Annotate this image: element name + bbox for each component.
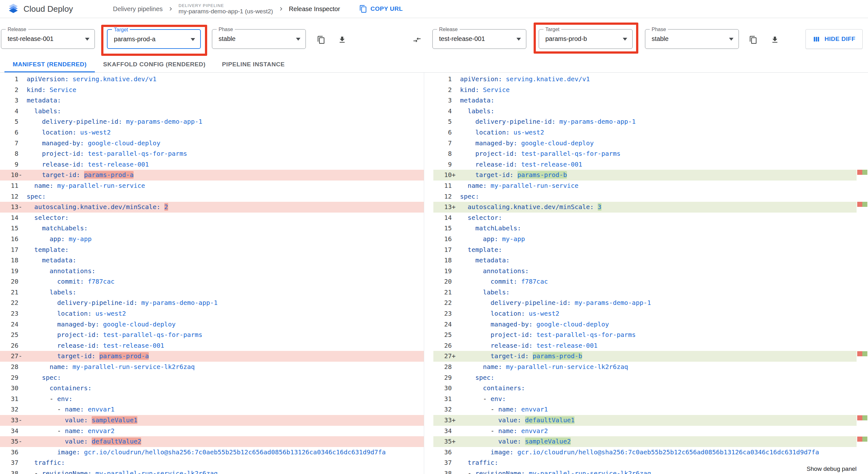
code-text: name: my-parallel-run-service-lk2r6zaq (457, 363, 628, 371)
show-debug-panel-link[interactable]: Show debug panel (804, 466, 857, 472)
copy-manifest-right-button[interactable] (746, 33, 760, 46)
diff-line: 5 delivery-pipeline-id: my-params-demo-a… (433, 117, 857, 127)
code-text: - revisionName: my-parallel-run-service-… (457, 470, 651, 474)
code-text: annotations: (24, 267, 95, 275)
breadcrumb-delivery-pipelines[interactable]: Delivery pipelines (113, 5, 163, 13)
line-number: 29 (0, 373, 19, 383)
diff-line: 24 managed-by: google-cloud-deploy (0, 319, 424, 330)
release-select-right-label: Release (437, 27, 460, 32)
code-text: value: defaultValue1 (457, 416, 575, 424)
diff-sign: - (19, 170, 24, 181)
diff-line: 11 name: my-parallel-run-service (433, 181, 857, 191)
code-text: autoscaling.knative.dev/minScale: 3 (457, 203, 601, 211)
diff-line: 25 project-id: test-parallel-qs-for-parm… (0, 329, 424, 341)
release-select-right[interactable]: Release test-release-001 (432, 29, 526, 49)
diff-line: 22 delivery-pipeline-id: my-params-demo-… (0, 297, 424, 308)
diff-line: 33+ value: defaultValue1 (433, 415, 857, 426)
code-text: managed-by: google-cloud-deploy (457, 320, 609, 328)
diff-line: 10+ target-id: params-prod-b (433, 170, 857, 181)
download-manifest-left-button[interactable] (335, 33, 349, 46)
line-number: 30 (433, 383, 452, 394)
code-text: project-id: test-parallel-qs-for-parms (457, 150, 621, 157)
hide-diff-label: HIDE DIFF (825, 35, 855, 42)
phase-select-right[interactable]: Phase stable (645, 29, 739, 49)
diff-line: 20 commit: f787cac (433, 276, 857, 287)
line-number: 16 (433, 234, 452, 245)
tab-bar: MANIFEST (RENDERED) SKAFFOLD CONFIG (REN… (0, 57, 868, 73)
copy-icon (749, 35, 757, 44)
code-text: template: (24, 246, 68, 253)
swap-targets-button[interactable] (410, 33, 424, 46)
code-text: project-id: test-parallel-qs-for-parms (24, 150, 187, 157)
diff-line: 28 name: my-parallel-run-service-lk2r6za… (433, 362, 857, 373)
diff-line: 33- value: sampleValue1 (0, 415, 424, 426)
diff-line: 14 selector: (433, 213, 857, 223)
code-text: value: sampleValue1 (24, 416, 137, 424)
line-number: 26 (433, 341, 452, 351)
diff-line: 31 - env: (0, 394, 424, 405)
dropdown-caret-icon (517, 38, 521, 41)
target-select-left[interactable]: Target params-prod-a (107, 29, 201, 49)
line-number: 28 (0, 362, 19, 373)
diff-line: 14 selector: (0, 213, 424, 223)
diff-ruler-mark (857, 351, 867, 356)
code-text: kind: Service (457, 86, 510, 94)
diff-line: 22 delivery-pipeline-id: my-params-demo-… (433, 297, 857, 308)
download-manifest-right-button[interactable] (768, 33, 782, 46)
line-number: 2 (0, 85, 19, 95)
tab-manifest-rendered[interactable]: MANIFEST (RENDERED) (4, 57, 95, 72)
code-text: selector: (457, 214, 502, 221)
diff-line: 13+ autoscaling.knative.dev/minScale: 3 (433, 202, 857, 213)
diff-line: 37 traffic: (0, 457, 424, 468)
diff-line: 31 - env: (433, 394, 857, 405)
line-number: 18 (433, 255, 452, 266)
diff-line: 37 traffic: (433, 457, 857, 468)
copy-url-button[interactable]: COPY URL (356, 3, 406, 15)
code-text: - name: envvar2 (24, 427, 115, 435)
tab-skaffold-config-rendered[interactable]: SKAFFOLD CONFIG (RENDERED) (95, 57, 214, 72)
code-text: matchLabels: (24, 224, 88, 232)
line-number: 13 (0, 202, 19, 213)
diff-line: 24 managed-by: google-cloud-deploy (433, 319, 857, 330)
line-number: 23 (0, 308, 19, 319)
download-icon (338, 35, 346, 44)
code-text: annotations: (457, 267, 529, 275)
diff-line: 21 labels: (433, 287, 857, 298)
breadcrumb: Delivery pipelines DELIVERY PIPELINE my-… (113, 3, 406, 15)
line-number: 33 (433, 415, 452, 426)
copy-manifest-left-button[interactable] (314, 33, 328, 46)
diff-sign: - (19, 436, 24, 447)
diff-ruler-mark (857, 170, 867, 175)
tab-pipeline-instance[interactable]: PIPELINE INSTANCE (214, 57, 293, 72)
diff-line: 30 containers: (0, 383, 424, 394)
diff-sign: + (452, 415, 457, 426)
line-number: 37 (0, 457, 19, 468)
code-text: spec: (457, 374, 494, 381)
phase-select-left[interactable]: Phase stable (212, 29, 306, 49)
diff-line: 2kind: Service (433, 85, 857, 95)
code-text: release-id: test-release-001 (457, 161, 582, 168)
code-text: metadata: (24, 96, 61, 104)
code-text: labels: (24, 107, 61, 115)
hide-diff-button[interactable]: HIDE DIFF (806, 29, 863, 49)
code-text: value: defaultValue2 (24, 438, 141, 445)
diff-line: 38 - revisionName: my-parallel-run-servi… (0, 468, 424, 474)
diff-pane-left: 1apiVersion: serving.knative.dev/v12kind… (0, 73, 424, 474)
code-text: value: sampleValue2 (457, 438, 571, 445)
code-text: containers: (457, 384, 525, 392)
diff-line: 4 labels: (433, 106, 857, 117)
code-text: delivery-pipeline-id: my-params-demo-app… (24, 299, 218, 307)
code-text: - name: envvar1 (24, 406, 115, 413)
code-text: location: us-west2 (457, 128, 544, 136)
diff-line: 3metadata: (433, 95, 857, 106)
line-number: 31 (433, 394, 452, 405)
diff-line: 36 image: gcr.io/cloudrun/hello@sha256:7… (0, 447, 424, 458)
line-number: 37 (433, 457, 452, 468)
diff-toolbar: Release test-release-001 Target params-p… (0, 18, 868, 57)
target-select-right[interactable]: Target params-prod-b (539, 29, 632, 49)
line-number: 32 (0, 404, 19, 415)
release-select-left[interactable]: Release test-release-001 (1, 29, 95, 49)
diff-overview-ruler[interactable] (857, 73, 868, 474)
line-number: 5 (433, 117, 452, 127)
diff-line: 32 - name: envvar1 (433, 404, 857, 415)
